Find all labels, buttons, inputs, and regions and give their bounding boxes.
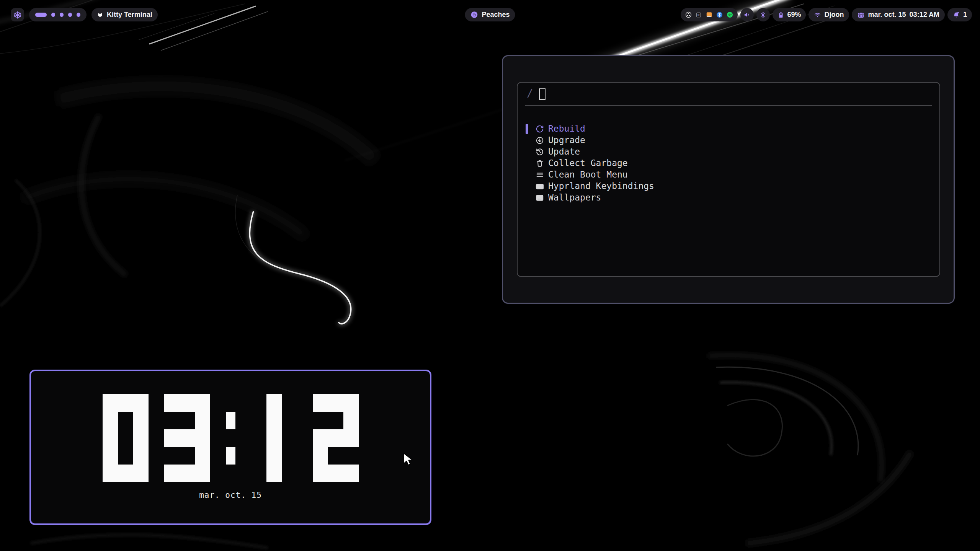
active-window-pill[interactable]: Kitty Terminal — [91, 8, 158, 21]
workspace-active[interactable] — [35, 13, 47, 17]
network-ssid: Djoon — [825, 11, 844, 19]
clock-colon — [226, 394, 235, 482]
topbar-right: K 69% — [681, 8, 972, 21]
image-icon — [536, 194, 544, 202]
launcher-item[interactable]: Wallpapers — [518, 192, 939, 204]
launcher-window: / RebuildUpgradeUpdateCollect GarbageCle… — [517, 82, 940, 277]
workspace-dot[interactable] — [60, 13, 64, 17]
files-tray-icon[interactable] — [705, 11, 713, 19]
topbar-center: Peaches — [465, 8, 515, 21]
launcher-item[interactable]: Upgrade — [518, 135, 939, 146]
clock-digit — [251, 394, 297, 482]
selection-indicator — [526, 158, 528, 168]
separator — [525, 105, 932, 106]
launcher-item[interactable]: Rebuild — [518, 123, 939, 135]
network-pill[interactable]: Djoon — [808, 8, 849, 21]
media-title: Peaches — [482, 11, 510, 19]
clock-digit — [103, 394, 149, 482]
history-icon — [536, 148, 544, 156]
media-pill[interactable]: Peaches — [465, 8, 515, 21]
circle-arrow-down-icon — [536, 136, 544, 145]
trash-icon — [536, 159, 544, 168]
mouse-cursor — [403, 453, 413, 469]
datetime-pill[interactable]: mar. oct. 15 03:12 AM — [852, 8, 945, 21]
workspace-dot[interactable] — [68, 13, 72, 17]
time-text: 03:12 AM — [910, 11, 939, 19]
selection-indicator — [526, 135, 528, 145]
launcher-item[interactable]: Hyprland Keybindings — [518, 181, 939, 192]
wifi-icon — [813, 11, 822, 19]
kitty-cat-icon — [97, 11, 103, 18]
launcher-item-label: Hyprland Keybindings — [548, 181, 654, 191]
menu-icon — [536, 171, 544, 179]
selection-indicator — [526, 124, 528, 134]
speaker-icon — [743, 11, 751, 19]
bluetooth-button[interactable] — [756, 8, 770, 21]
rotate-cw-icon — [536, 125, 544, 133]
notification-count: 1 — [963, 11, 967, 19]
date-text: mar. oct. 15 — [868, 11, 906, 19]
obs-tray-icon[interactable] — [684, 11, 693, 19]
bluetooth-icon — [759, 11, 767, 19]
battery-percent: 69% — [787, 11, 801, 19]
launcher-item[interactable]: Update — [518, 146, 939, 158]
bell-icon — [952, 11, 960, 19]
battery-icon — [777, 11, 785, 19]
clock-digit — [313, 394, 359, 482]
calendar-icon — [857, 11, 865, 19]
battery-pill[interactable]: 69% — [773, 8, 806, 21]
volume-button[interactable] — [740, 8, 754, 21]
spotify-tray-icon[interactable] — [726, 11, 734, 19]
selection-indicator — [526, 147, 528, 157]
launcher-item-label: Wallpapers — [548, 192, 601, 202]
selection-indicator — [526, 181, 528, 191]
topbar-left: Kitty Terminal — [11, 8, 158, 21]
clock-time-display — [31, 394, 430, 482]
search-prompt: / — [527, 87, 533, 99]
launcher-item-label: Clean Boot Menu — [548, 170, 628, 179]
launcher-panel: / RebuildUpgradeUpdateCollect GarbageCle… — [502, 55, 955, 304]
clock-date: mar. oct. 15 — [31, 491, 430, 500]
launcher-item[interactable]: Clean Boot Menu — [518, 169, 939, 181]
system-tray: K — [681, 8, 738, 21]
launcher-item-label: Collect Garbage — [548, 158, 628, 168]
notifications-pill[interactable]: 1 — [947, 8, 972, 21]
bluetooth-tray-icon[interactable] — [715, 11, 724, 19]
clock-widget: mar. oct. 15 — [29, 370, 431, 525]
workspace-dot[interactable] — [77, 13, 80, 17]
svg-text:K: K — [697, 13, 700, 16]
selection-indicator — [526, 170, 528, 180]
launcher-item[interactable]: Collect Garbage — [518, 158, 939, 169]
workspaces-pill[interactable] — [29, 8, 87, 21]
active-window-title: Kitty Terminal — [107, 11, 152, 19]
selection-indicator — [526, 193, 528, 203]
keyboard-icon — [536, 182, 544, 191]
launcher-item-label: Upgrade — [548, 135, 585, 145]
launcher-item-label: Update — [548, 147, 580, 156]
workspace-dot[interactable] — [51, 13, 55, 17]
spotify-icon — [470, 11, 478, 19]
nixos-logo-icon — [13, 11, 22, 19]
launcher-list: RebuildUpgradeUpdateCollect GarbageClean… — [518, 123, 939, 204]
text-cursor — [539, 88, 546, 100]
clock-digit — [164, 394, 210, 482]
nix-menu-button[interactable] — [11, 8, 24, 21]
launcher-item-label: Rebuild — [548, 124, 585, 134]
keepass-tray-icon[interactable]: K — [695, 11, 703, 19]
